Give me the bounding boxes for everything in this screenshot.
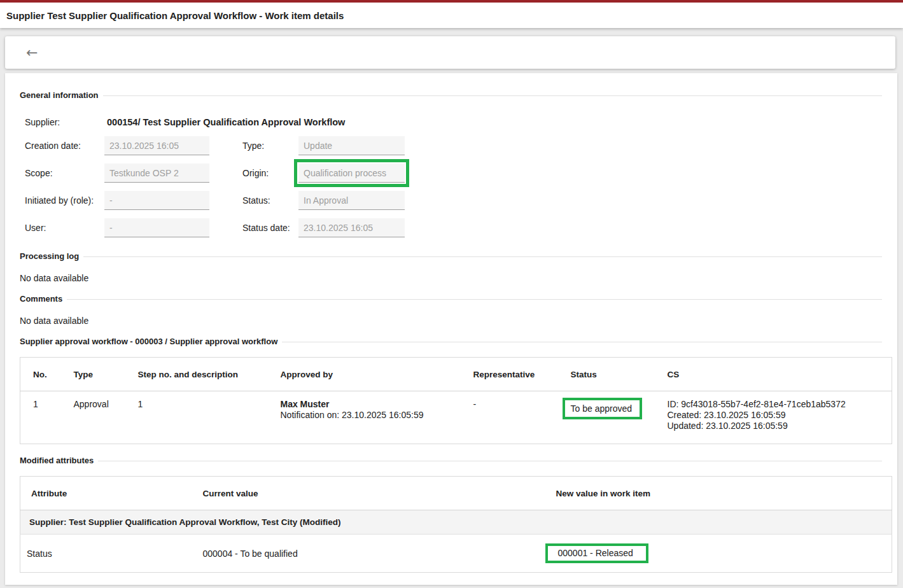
processing-log-empty-text: No data available — [20, 273, 882, 283]
cell-approved-by: Max Muster Notification on: 23.10.2025 1… — [274, 391, 467, 444]
section-approval-workflow: Supplier approval workflow - 000003 / Su… — [20, 337, 882, 347]
cell-no: 1 — [20, 391, 67, 444]
type-label: Type: — [242, 141, 298, 151]
col-attribute: Attribute — [20, 477, 197, 510]
col-representative: Representative — [467, 358, 564, 391]
col-type: Type — [67, 358, 132, 391]
approval-table-header-row: No. Type Step no. and description Approv… — [20, 358, 892, 391]
col-new-value: New value in work item — [550, 477, 892, 510]
user-label: User: — [25, 223, 104, 233]
initiated-by-role-label: Initiated by (role): — [25, 195, 104, 206]
cell-type: Approval — [67, 391, 132, 444]
creation-date-label: Creation date: — [25, 141, 104, 151]
cell-attribute: Status — [20, 535, 197, 573]
back-arrow-icon: ← — [26, 45, 38, 60]
form-row: Initiated by (role): - Status: In Approv… — [25, 191, 882, 210]
col-step: Step no. and description — [132, 358, 274, 391]
group-header-supplier: Supplier: Test Supplier Qualification Ap… — [20, 510, 892, 535]
supplier-value: 000154/ Test Supplier Qualification Appr… — [104, 117, 345, 127]
creation-date-field: 23.10.2025 16:05 — [104, 136, 209, 155]
section-comments-title: Comments — [20, 294, 62, 304]
cell-representative: - — [467, 391, 564, 444]
status-label: Status: — [242, 195, 298, 206]
app-header: Supplier Test Supplier Qualification App… — [0, 3, 903, 28]
form-row: Creation date: 23.10.2025 16:05 Type: Up… — [25, 136, 882, 155]
step-status-value: To be approved — [571, 403, 633, 414]
scope-label: Scope: — [25, 168, 104, 178]
section-approval-workflow-title: Supplier approval workflow - 000003 / Su… — [20, 337, 277, 347]
col-status: Status — [564, 358, 661, 391]
form-row: User: - Status date: 23.10.2025 16:05 — [25, 218, 882, 237]
col-cs: CS — [661, 358, 892, 391]
approval-workflow-table: No. Type Step no. and description Approv… — [20, 357, 892, 444]
section-general-information-title: General information — [20, 90, 99, 101]
cell-status: To be approved — [564, 391, 661, 444]
approver-name: Max Muster — [281, 399, 461, 410]
page-title: Supplier Test Supplier Qualification App… — [6, 10, 344, 21]
attr-table-group-row: Supplier: Test Supplier Qualification Ap… — [20, 510, 892, 535]
type-field: Update — [298, 136, 405, 155]
cs-updated: Updated: 23.10.2025 16:05:59 — [668, 421, 886, 431]
origin-label: Origin: — [242, 168, 298, 178]
toolbar-card: ← — [5, 36, 895, 69]
section-modified-attributes: Modified attributes — [20, 456, 882, 466]
col-current-value: Current value — [197, 477, 550, 510]
attr-table-row: Status 000004 - To be qualified 000001 -… — [20, 535, 892, 573]
section-comments: Comments — [20, 294, 882, 304]
status-highlight-annotation: To be approved — [563, 398, 643, 419]
section-modified-attributes-title: Modified attributes — [20, 456, 94, 466]
col-no: No. — [20, 358, 67, 391]
cell-new-value: 000001 - Released — [550, 535, 892, 573]
supplier-label: Supplier: — [25, 117, 104, 127]
status-date-label: Status date: — [242, 223, 298, 233]
user-field: - — [104, 218, 209, 237]
cs-created: Created: 23.10.2025 16:05:59 — [668, 410, 886, 421]
back-button[interactable]: ← — [24, 45, 40, 61]
cell-current-value: 000004 - To be qualified — [197, 535, 550, 573]
approver-notification: Notification on: 23.10.2025 16:05:59 — [281, 410, 461, 421]
scope-field: Testkunde OSP 2 — [104, 164, 209, 183]
cs-id: ID: 9cf43018-55b7-4ef2-81e4-71ceb1ab5372 — [668, 399, 886, 410]
origin-field-highlighted: Qualification process — [298, 164, 405, 183]
form-row: Scope: Testkunde OSP 2 Origin: Qualifica… — [25, 164, 882, 183]
cell-step: 1 — [132, 391, 274, 444]
comments-empty-text: No data available — [20, 316, 882, 326]
approval-table-row: 1 Approval 1 Max Muster Notification on:… — [20, 391, 892, 444]
initiated-by-role-field: - — [104, 191, 209, 210]
section-processing-log-title: Processing log — [20, 251, 79, 262]
general-information-form: Supplier: 000154/ Test Supplier Qualific… — [25, 112, 882, 237]
attr-table-header-row: Attribute Current value New value in wor… — [20, 477, 892, 510]
section-processing-log: Processing log — [20, 251, 882, 262]
new-value-highlight-annotation: 000001 - Released — [545, 543, 648, 563]
section-general-information: General information — [20, 90, 882, 101]
modified-attributes-table: Attribute Current value New value in wor… — [20, 476, 892, 573]
work-item-details-card: General information Supplier: 000154/ Te… — [5, 73, 897, 585]
status-field: In Approval — [298, 191, 405, 210]
new-value-text: 000001 - Released — [558, 548, 633, 558]
col-approved-by: Approved by — [274, 358, 467, 391]
status-date-field: 23.10.2025 16:05 — [298, 218, 405, 237]
cell-cs: ID: 9cf43018-55b7-4ef2-81e4-71ceb1ab5372… — [661, 391, 892, 444]
supplier-row: Supplier: 000154/ Test Supplier Qualific… — [25, 112, 882, 132]
